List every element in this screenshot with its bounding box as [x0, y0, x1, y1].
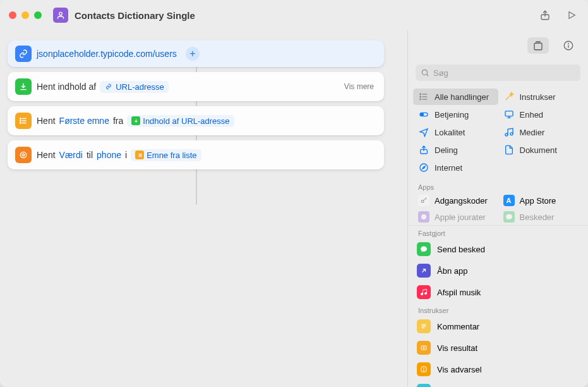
svg-point-33	[421, 293, 423, 295]
library-tab-button[interactable]	[527, 37, 549, 54]
msg-icon	[503, 211, 515, 223]
app-apple-jourater[interactable]: Apple jourater	[413, 209, 498, 225]
token-text: til	[87, 150, 93, 160]
actions-scroll-area[interactable]: Fastgjort Send beskedÅbn appAfspil musik…	[408, 225, 588, 387]
instr-action-vis-advarsel[interactable]: Vis advarsel	[408, 359, 588, 380]
pinned-action-afspil-musik[interactable]: Afspil musik	[408, 281, 588, 303]
token-text: Hent	[37, 150, 56, 160]
switch-icon	[418, 109, 429, 120]
download-icon	[15, 78, 32, 95]
app-window: Contacts Dictionary Single js	[0, 0, 588, 387]
token-key[interactable]: Første emne	[59, 116, 109, 126]
music-icon	[503, 126, 515, 138]
instr-action-vis-resultat[interactable]: Vis resultat	[408, 337, 588, 359]
url-action-card[interactable]: jsonplaceholder.typicode.com/users +	[8, 40, 384, 67]
svg-point-22	[420, 96, 421, 97]
input-icon	[417, 384, 431, 387]
token-variable-pill[interactable]: Indhold af URL-adresse	[127, 115, 234, 127]
svg-rect-14	[534, 43, 542, 50]
music-icon	[417, 285, 431, 299]
category-deling[interactable]: Deling	[413, 142, 498, 158]
category-instrukser[interactable]: Instrukser	[498, 89, 584, 105]
msg-icon	[417, 242, 431, 256]
show-more-button[interactable]: Vis mere	[344, 82, 376, 91]
minimize-window-button[interactable]	[21, 11, 29, 19]
svg-point-32	[421, 214, 426, 219]
titlebar: Contacts Dictionary Single	[0, 0, 588, 30]
action-card-2[interactable]: Hent Værdi til phone i Emne fra liste	[8, 140, 384, 169]
app-adgangskoder[interactable]: Adgangskoder	[413, 192, 498, 209]
category-label: Medier	[520, 128, 545, 137]
category-lokalitet[interactable]: Lokalitet	[413, 124, 498, 140]
category-label: Internet	[435, 163, 462, 173]
category-medier[interactable]: Medier	[498, 124, 584, 140]
svg-point-27	[505, 133, 508, 136]
link-icon	[15, 46, 32, 62]
shortcut-app-icon	[53, 8, 68, 23]
pinned-action-send-besked[interactable]: Send besked	[408, 238, 588, 260]
run-icon[interactable]	[564, 8, 579, 23]
instr-action-kommentar[interactable]: Kommentar	[408, 316, 588, 337]
pinned-section-header: Fastgjort	[408, 226, 588, 238]
category-dokument[interactable]: Dokument	[498, 142, 584, 158]
category-label: Instrukser	[520, 92, 556, 102]
action-label: Kommentar	[437, 322, 479, 331]
pinned-action-åbn-app[interactable]: Åbn app	[408, 260, 588, 281]
safari-icon	[418, 162, 429, 173]
titlebar-right	[537, 8, 579, 23]
sidebar-toolbar	[408, 30, 588, 61]
zoom-window-button[interactable]	[34, 11, 42, 19]
action-card-1[interactable]: Hent Første emne fra Indhold af URL-adre…	[8, 106, 384, 135]
svg-point-10	[20, 152, 26, 157]
token-variable-pill[interactable]: Emne fra liste	[131, 149, 201, 161]
app-label: Apple jourater	[435, 212, 486, 222]
token-variable-pill[interactable]: URL-adresse	[100, 81, 169, 93]
svg-point-0	[59, 12, 63, 15]
target-icon	[15, 147, 32, 163]
category-internet[interactable]: Internet	[413, 159, 498, 176]
close-window-button[interactable]	[9, 11, 16, 19]
action-card-0[interactable]: Hent indhold af URL-adresse Vis mere	[8, 72, 384, 101]
instr-action-spørg-efter-input[interactable]: Spørg efter input	[408, 380, 588, 387]
svg-point-23	[420, 99, 421, 100]
url-text[interactable]: jsonplaceholder.typicode.com/users	[37, 49, 177, 59]
add-url-button[interactable]: +	[186, 47, 200, 61]
action-label: Afspil musik	[437, 288, 481, 297]
doc-icon	[503, 144, 515, 156]
display-icon	[503, 109, 515, 120]
traffic-lights	[9, 11, 42, 19]
svg-point-8	[20, 123, 21, 124]
token-text: fra	[113, 116, 123, 126]
list-icon	[418, 91, 429, 102]
apps-section-header: Apps	[408, 180, 588, 192]
category-alle-handlinger[interactable]: Alle handlinger	[413, 89, 498, 105]
svg-point-6	[20, 118, 21, 120]
svg-point-25	[421, 113, 423, 116]
search-wrap	[408, 61, 588, 86]
category-label: Alle handlinger	[435, 92, 489, 102]
share-icon[interactable]	[537, 8, 553, 23]
token-key[interactable]: phone	[97, 150, 121, 160]
svg-point-31	[421, 200, 424, 203]
info-tab-button[interactable]	[558, 37, 579, 54]
search-input[interactable]	[416, 64, 580, 81]
token-key[interactable]: Værdi	[59, 150, 83, 160]
action-label: Vis advarsel	[437, 365, 482, 374]
download-icon	[131, 116, 140, 125]
category-enhed[interactable]: Enhed	[498, 106, 584, 123]
action-label: Vis resultat	[437, 343, 477, 353]
category-grid: Alle handlingerInstrukserBetjeningEnhedL…	[408, 86, 588, 180]
app-beskeder[interactable]: Beskeder	[498, 209, 584, 225]
category-label: Enhed	[520, 110, 544, 120]
token-text: i	[125, 150, 127, 160]
action-label: Åbn app	[437, 266, 467, 276]
eye-icon	[417, 341, 431, 355]
svg-rect-26	[505, 111, 513, 116]
category-label: Betjening	[435, 110, 469, 120]
location-icon	[418, 126, 429, 138]
editor-area[interactable]: jsonplaceholder.typicode.com/users + Hen…	[0, 30, 407, 387]
app-app-store[interactable]: AApp Store	[498, 192, 584, 209]
aj-icon	[418, 211, 429, 223]
key-icon	[418, 195, 429, 206]
category-betjening[interactable]: Betjening	[413, 106, 498, 123]
